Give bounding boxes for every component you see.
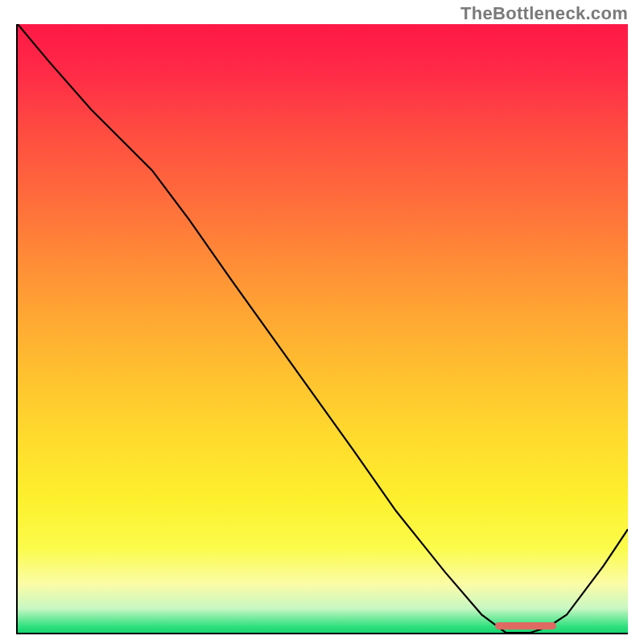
curve-path	[18, 24, 628, 633]
chart-line-svg	[18, 24, 628, 633]
plot-area	[16, 24, 628, 634]
watermark-text: TheBottleneck.com	[460, 3, 628, 24]
minimum-marker	[495, 622, 556, 630]
